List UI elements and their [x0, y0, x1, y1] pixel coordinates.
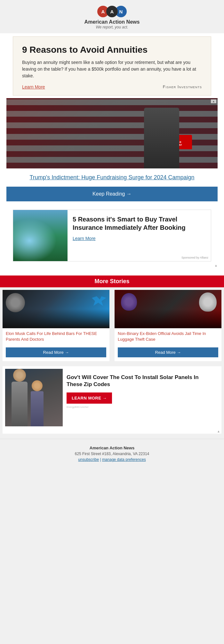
- more-stories-header: More Stories: [0, 275, 224, 287]
- fisher-ad: 9 Reasons to Avoid Annuities Buying an a…: [13, 36, 211, 96]
- ad-corner-icon: ▲: [211, 99, 216, 103]
- travel-insurance-ad: 5 Reasons it's Smart to Buy Travel Insur…: [13, 210, 211, 261]
- keep-reading-button[interactable]: Keep Reading →: [6, 187, 218, 201]
- story-image-elon: [3, 290, 109, 328]
- travel-ad-learn-more[interactable]: Learn More: [73, 236, 96, 241]
- solar-ad-image: [5, 369, 63, 426]
- site-header: A A N American Action News We report, yo…: [0, 0, 224, 33]
- travel-ad-icon: ▲: [214, 264, 218, 267]
- story-title-elon: Elon Musk Calls For Life Behind Bars For…: [3, 328, 109, 345]
- fisher-ad-body: Buying an annuity might seem like a safe…: [22, 59, 202, 79]
- solar-sponsor: EnergyBillCruncher: [67, 406, 215, 408]
- story-card-elon: Elon Musk Calls For Life Behind Bars For…: [3, 290, 109, 361]
- footer-address: 625 First Street #183, Alexandria, VA 22…: [3, 452, 221, 456]
- footer-links: unsubscribe | manage data preferences: [3, 457, 221, 462]
- more-stories-title: More Stories: [94, 278, 129, 284]
- logo: A A N: [3, 6, 221, 17]
- site-name: American Action News: [3, 19, 221, 25]
- fisher-ad-footer: Learn More Fisher Investments: [22, 84, 202, 89]
- solar-ad: Gov't Will Cover The Cost To Install Sol…: [5, 369, 219, 426]
- travel-ad-content: 5 Reasons it's Smart to Buy Travel Insur…: [68, 210, 211, 261]
- stories-grid: Elon Musk Calls For Life Behind Bars For…: [0, 287, 224, 436]
- read-more-biden-button[interactable]: Read More →: [118, 347, 218, 357]
- story-title-biden: Non-Binary Ex-Biden Official Avoids Jail…: [115, 328, 221, 345]
- solar-learn-button[interactable]: LEARN MORE →: [67, 392, 112, 404]
- story-card-biden: Non-Binary Ex-Biden Official Avoids Jail…: [115, 290, 221, 361]
- footer-site-name: American Action News: [3, 446, 221, 450]
- logo-circle-a2: A: [106, 6, 118, 17]
- tagline: We report, you act.: [3, 25, 221, 29]
- unsubscribe-link[interactable]: unsubscribe: [78, 457, 99, 462]
- fisher-brand: Fisher Investments: [163, 84, 202, 89]
- travel-ad-sponsor: Sponsored by Allianz: [181, 256, 208, 259]
- story-image-biden: [115, 290, 221, 328]
- read-more-elon-button[interactable]: Read More →: [6, 347, 106, 357]
- article-title-section: Trump's Indictment: Huge Fundraising Sur…: [0, 168, 224, 187]
- article-hero-image: 45MAKEGREAT ▲: [6, 98, 218, 168]
- site-footer: American Action News 625 First Street #1…: [0, 439, 224, 468]
- fisher-ad-title: 9 Reasons to Avoid Annuities: [22, 44, 202, 55]
- article-title-link[interactable]: Trump's Indictment: Huge Fundraising Sur…: [29, 174, 194, 181]
- travel-ad-image: [13, 210, 68, 261]
- fisher-learn-more-link[interactable]: Learn More: [22, 84, 45, 89]
- travel-ad-title: 5 Reasons it's Smart to Buy Travel Insur…: [73, 215, 206, 232]
- solar-ad-content: Gov't Will Cover The Cost To Install Sol…: [63, 369, 219, 426]
- solar-ad-corner-icon: ▲: [3, 429, 221, 434]
- manage-preferences-link[interactable]: manage data preferences: [102, 457, 146, 462]
- solar-ad-title: Gov't Will Cover The Cost To Install Sol…: [67, 374, 215, 388]
